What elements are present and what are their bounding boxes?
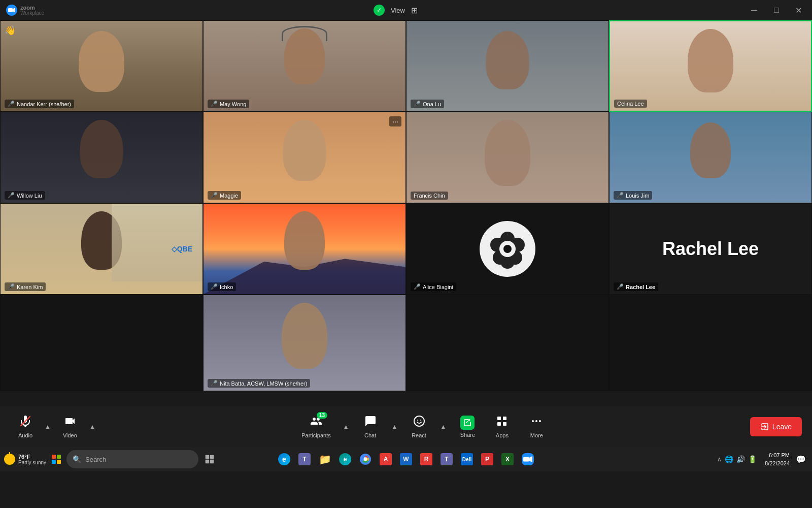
apps-label: Apps	[496, 432, 509, 438]
task-view-button[interactable]	[200, 450, 219, 468]
video-chevron[interactable]: ▲	[87, 423, 97, 430]
titlebar-right: ─ □ ✕	[747, 3, 806, 17]
participant-name-alice-biagini: 🎤 Alice Biagini	[411, 282, 456, 291]
participant-name-rachel-lee: 🎤 Rachel Lee	[614, 282, 658, 291]
video-button[interactable]: Video	[55, 411, 85, 442]
svg-rect-14	[503, 417, 506, 420]
share-button[interactable]: Share	[452, 411, 483, 442]
mute-icon-nandar: 🎤	[8, 101, 15, 107]
video-icon	[64, 415, 76, 430]
mute-icon-maggie: 🎤	[211, 192, 218, 199]
shield-icon: ✓	[374, 5, 385, 16]
teams2-icon[interactable]: T	[437, 450, 456, 468]
mute-icon-rachel: 🎤	[617, 283, 624, 290]
zoom-logo: zoom Workplace	[6, 5, 44, 16]
weather-condition: Partly sunny	[18, 460, 46, 465]
chrome-icon[interactable]	[356, 450, 375, 468]
participant-name-ona-lu: 🎤 Ona Lu	[411, 100, 444, 108]
acrobat-icon[interactable]: A	[377, 450, 395, 468]
participants-chevron[interactable]: ▲	[341, 423, 351, 430]
participant-cell-may-wong: 🎤 May Wong	[203, 20, 406, 112]
minimize-button[interactable]: ─	[747, 3, 761, 17]
more-label: More	[530, 432, 543, 438]
svg-rect-0	[8, 8, 13, 12]
taskbar-right: ∧ 🌐 🔊 🔋 6:07 PM 8/22/2024 💬	[713, 451, 808, 467]
participants-icon: 13	[310, 415, 322, 430]
participant-cell-karen-kim: ◇QBE 🎤 Karen Kim	[0, 203, 203, 295]
edge2-icon[interactable]: e	[336, 450, 354, 468]
titlebar-left: zoom Workplace	[6, 5, 44, 16]
tray-chevron[interactable]: ∧	[717, 456, 722, 463]
react-button[interactable]: React	[404, 411, 434, 442]
react-chevron[interactable]: ▲	[438, 423, 449, 430]
maximize-button[interactable]: □	[769, 3, 784, 17]
empty-cell-1	[0, 295, 203, 391]
taskbar-apps: e T 📁 e A	[275, 450, 537, 468]
svg-point-26	[364, 458, 367, 461]
svg-rect-22	[206, 460, 210, 464]
notification-button[interactable]: 💬	[794, 453, 808, 466]
svg-rect-16	[503, 422, 506, 426]
participant-cell-francis-chin: Francis Chin	[406, 112, 609, 203]
rachel-lee-name-display: Rachel Lee	[662, 238, 759, 260]
dell-icon[interactable]: Dell	[458, 450, 476, 468]
zoom-icon	[6, 5, 17, 16]
participant-name-karen-kim: 🎤 Karen Kim	[5, 282, 46, 291]
apps-button[interactable]: Apps	[487, 411, 517, 442]
taskbar-left: 76°F Partly sunny 🔍 Search	[4, 450, 219, 468]
view-button[interactable]: View	[391, 7, 405, 14]
volume-icon[interactable]: 🔊	[736, 455, 745, 463]
share-label: Share	[460, 432, 475, 438]
svg-point-19	[539, 420, 541, 422]
svg-rect-15	[497, 422, 501, 426]
titlebar-center: ✓ View ⊞	[374, 5, 418, 16]
powerpoint-icon[interactable]: P	[478, 450, 496, 468]
time-display: 6:07 PM	[765, 451, 790, 459]
video-grid: 👋 🎤 Nandar Kerr (she/her) 🎤 May Wong 🎤 O…	[0, 20, 812, 406]
chat-icon	[364, 415, 377, 430]
view-grid-icon[interactable]: ⊞	[411, 6, 418, 15]
chat-chevron[interactable]: ▲	[390, 423, 400, 430]
roundup-icon[interactable]: R	[417, 450, 435, 468]
participant-cell-nita-batta: 🎤 Nita Batta, ACSW, LMSW (she/her)	[203, 295, 406, 391]
teams-icon[interactable]: T	[295, 450, 314, 468]
leave-button[interactable]: Leave	[750, 417, 802, 436]
excel-icon[interactable]: X	[498, 450, 517, 468]
datetime-display[interactable]: 6:07 PM 8/22/2024	[765, 451, 790, 467]
leave-label: Leave	[772, 423, 792, 431]
participant-cell-rachel-lee: Rachel Lee 🎤 Rachel Lee	[609, 203, 812, 295]
search-placeholder: Search	[85, 456, 106, 463]
date-display: 8/22/2024	[765, 459, 790, 467]
chat-button[interactable]: Chat	[355, 411, 386, 442]
mute-icon-willow: 🎤	[8, 192, 15, 199]
word-icon[interactable]: W	[397, 450, 415, 468]
participants-button[interactable]: 13 Participants	[295, 411, 336, 442]
toolbar-right: Leave	[750, 417, 802, 436]
system-tray: ∧ 🌐 🔊 🔋	[713, 453, 761, 465]
mute-icon-alice: 🎤	[414, 283, 421, 290]
participants-count-badge: 13	[317, 412, 327, 419]
svg-point-9	[503, 245, 512, 253]
svg-point-18	[535, 420, 537, 422]
close-button[interactable]: ✕	[792, 3, 806, 17]
svg-point-12	[420, 420, 421, 421]
more-options-button-maggie[interactable]: ···	[389, 116, 401, 126]
windows-start-button[interactable]	[48, 451, 64, 467]
edge-icon[interactable]: e	[275, 450, 293, 468]
weather-widget[interactable]: 76°F Partly sunny	[4, 454, 46, 465]
more-button[interactable]: More	[521, 411, 552, 442]
file-explorer-icon[interactable]: 📁	[316, 450, 334, 468]
audio-button[interactable]: Audio	[10, 411, 41, 442]
apps-icon	[496, 415, 508, 430]
audio-chevron[interactable]: ▲	[43, 423, 53, 430]
zoom-taskbar-icon[interactable]	[519, 450, 537, 468]
svg-rect-23	[210, 460, 214, 464]
windows-taskbar: 76°F Partly sunny 🔍 Search	[0, 447, 812, 471]
taskbar-search-box[interactable]: 🔍 Search	[66, 450, 198, 468]
participant-name-louis-jim: 🎤 Louis Jim	[614, 191, 652, 200]
toolbar-left: Audio ▲ Video ▲	[10, 411, 97, 442]
participant-name-may-wong: 🎤 May Wong	[208, 100, 249, 108]
participant-cell-ona-lu: 🎤 Ona Lu	[406, 20, 609, 112]
participant-name-nita-batta: 🎤 Nita Batta, ACSW, LMSW (she/her)	[208, 379, 310, 388]
participant-cell-maggie: ··· 🎤 Maggie	[203, 112, 406, 203]
